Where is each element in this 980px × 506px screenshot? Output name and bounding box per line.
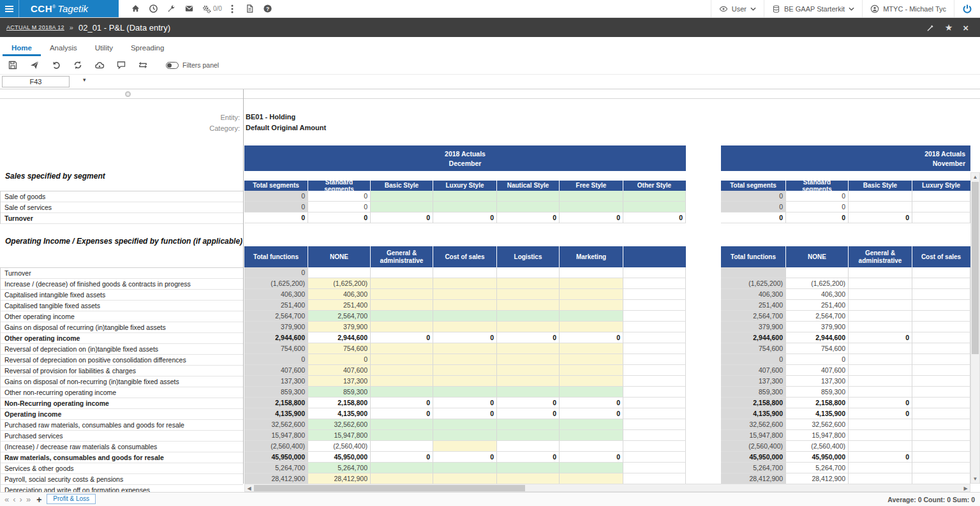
grid-cell[interactable]: 0	[433, 398, 497, 408]
breadcrumb-process-link[interactable]: ACTUAL M 2018A 12	[6, 24, 64, 31]
grid-cell[interactable]: 45,950,000	[721, 452, 786, 463]
grid-cell[interactable]	[497, 473, 560, 484]
grid-cell[interactable]	[849, 278, 912, 289]
send-icon[interactable]	[27, 57, 42, 73]
document-icon[interactable]	[241, 0, 259, 18]
grid-cell[interactable]	[912, 212, 970, 223]
grid-cell[interactable]	[371, 311, 433, 322]
grid-cell[interactable]	[433, 354, 497, 365]
grid-cell[interactable]: 0	[371, 452, 433, 463]
scroll-down-icon[interactable]: ▼	[971, 475, 979, 483]
grid-cell[interactable]: 2,158,800	[244, 398, 308, 408]
grid-cell[interactable]	[912, 311, 970, 322]
tab-analysis[interactable]: Analysis	[41, 40, 86, 56]
grid-cell[interactable]	[849, 202, 912, 212]
grid-cell[interactable]	[912, 441, 970, 452]
grid-cell[interactable]: (2,560,400)	[308, 441, 371, 452]
grid-cell[interactable]: 407,600	[308, 365, 371, 376]
grid-cell[interactable]: 407,600	[786, 365, 849, 376]
grid-cell[interactable]: 2,158,800	[721, 398, 786, 408]
horizontal-scroll-thumb[interactable]	[254, 485, 525, 491]
grid-cell[interactable]	[912, 398, 970, 408]
grid-cell[interactable]: 2,944,600	[786, 332, 849, 343]
grid-cell[interactable]	[433, 463, 497, 473]
grid-cell[interactable]: 0	[244, 267, 308, 278]
grid-cell[interactable]: 137,300	[308, 376, 371, 387]
grid-cell[interactable]: 2,564,700	[308, 311, 371, 322]
scroll-right-icon[interactable]: ▶	[961, 484, 970, 492]
grid-cell[interactable]: 0	[560, 408, 623, 419]
grid-cell[interactable]: 251,400	[308, 300, 371, 311]
comment-icon[interactable]	[114, 57, 129, 73]
grid-cell[interactable]	[849, 267, 912, 278]
user-menu[interactable]: User	[711, 0, 764, 17]
grid-cell[interactable]: 251,400	[721, 300, 786, 311]
grid-cell[interactable]: 2,158,800	[308, 398, 371, 408]
grid-cell[interactable]: 251,400	[786, 300, 849, 311]
grid-cell[interactable]: 32,562,600	[786, 419, 849, 430]
grid-cell[interactable]	[849, 365, 912, 376]
grid-cell[interactable]: 0	[721, 202, 786, 212]
grid-cell[interactable]	[433, 278, 497, 289]
grid-cell[interactable]: 4,135,900	[721, 408, 786, 419]
undo-icon[interactable]	[48, 57, 64, 73]
grid-cell[interactable]	[560, 202, 623, 212]
grid-cell[interactable]	[721, 267, 786, 278]
grid-cell[interactable]: 407,600	[244, 365, 308, 376]
grid-cell[interactable]: 5,264,700	[244, 463, 308, 473]
grid-cell[interactable]	[623, 463, 686, 473]
grid-cell[interactable]	[497, 322, 560, 332]
grid-cell[interactable]	[912, 278, 970, 289]
save-icon[interactable]	[5, 57, 20, 73]
grid-cell[interactable]: 45,950,000	[244, 452, 308, 463]
grid-cell[interactable]: 0	[371, 398, 433, 408]
grid-cell[interactable]	[912, 322, 970, 332]
grid-cell[interactable]: 0	[244, 202, 308, 212]
grid-cell[interactable]	[623, 322, 686, 332]
grid-cell[interactable]	[560, 311, 623, 322]
refresh-icon[interactable]	[70, 57, 85, 73]
grid-cell[interactable]	[560, 322, 623, 332]
scroll-up-icon[interactable]: ▲	[971, 173, 979, 181]
grid-cell[interactable]: 15,947,800	[721, 430, 786, 441]
grid-cell[interactable]	[371, 354, 433, 365]
grid-cell[interactable]	[308, 267, 371, 278]
grid-cell[interactable]: 0	[371, 212, 433, 223]
grid-cell[interactable]: 28,412,900	[786, 473, 849, 484]
grid-cell[interactable]	[849, 441, 912, 452]
grid-cell[interactable]: 0	[849, 212, 912, 223]
grid-cell[interactable]	[371, 322, 433, 332]
grid-cell[interactable]	[371, 289, 433, 300]
grid-cell[interactable]	[912, 289, 970, 300]
grid-cell[interactable]	[849, 419, 912, 430]
grid-cell[interactable]	[433, 322, 497, 332]
grid-cell[interactable]: 0	[560, 452, 623, 463]
grid-cell[interactable]	[497, 191, 560, 202]
next-sheet-icon[interactable]: ›	[20, 495, 22, 503]
grid-cell[interactable]: 2,944,600	[244, 332, 308, 343]
grid-cell[interactable]: 251,400	[244, 300, 308, 311]
grid-cell[interactable]: 0	[308, 212, 371, 223]
grid-cell[interactable]	[623, 376, 686, 387]
grid-cell[interactable]: 2,944,600	[308, 332, 371, 343]
grid-cell[interactable]	[849, 430, 912, 441]
first-sheet-icon[interactable]: «	[4, 495, 9, 503]
grid-cell[interactable]	[433, 267, 497, 278]
grid-cell[interactable]: 0	[560, 398, 623, 408]
grid-cell[interactable]	[560, 343, 623, 354]
grid-cell[interactable]	[371, 419, 433, 430]
grid-cell[interactable]	[623, 441, 686, 452]
grid-cell[interactable]: 5,264,700	[721, 463, 786, 473]
grid-cell[interactable]	[371, 376, 433, 387]
grid-cell[interactable]	[912, 365, 970, 376]
grid-cell[interactable]: 15,947,800	[786, 430, 849, 441]
grid-cell[interactable]	[623, 300, 686, 311]
grid-cell[interactable]: 0	[721, 212, 786, 223]
previous-sheet-icon[interactable]: ‹	[13, 495, 15, 503]
grid-cell[interactable]: 754,600	[786, 343, 849, 354]
grid-cell[interactable]: 0	[786, 354, 849, 365]
tab-utility[interactable]: Utility	[86, 40, 122, 56]
grid-cell[interactable]	[912, 463, 970, 473]
grid-cell[interactable]	[560, 463, 623, 473]
grid-cell[interactable]	[912, 473, 970, 484]
